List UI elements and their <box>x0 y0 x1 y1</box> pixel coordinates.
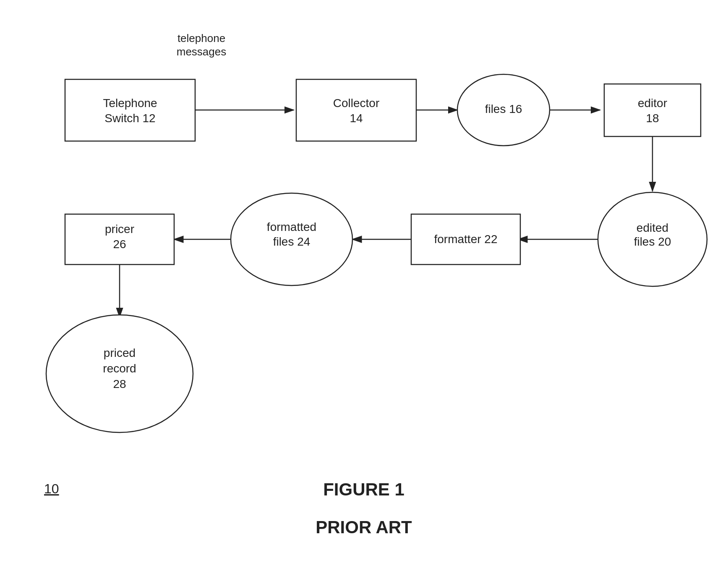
formatter-label: formatter 22 <box>434 233 498 246</box>
formatted-files-label1: formatted <box>267 220 316 233</box>
pricer-label1: pricer <box>105 223 134 236</box>
figure-number: 10 <box>44 481 59 496</box>
telephone-switch-node <box>65 79 195 141</box>
formatted-files-label2: files 24 <box>273 235 311 248</box>
priced-record-label1: priced <box>104 346 136 359</box>
telephone-messages-label2: messages <box>177 45 227 58</box>
pricer-label2: 26 <box>113 238 126 251</box>
prior-art-label: PRIOR ART <box>316 517 412 537</box>
edited-files-label1: edited <box>637 221 668 234</box>
diagram-container: telephone messages Telephone Switch 12 C… <box>0 0 728 579</box>
editor-label2: 18 <box>646 112 659 125</box>
collector-label1: Collector <box>333 97 379 110</box>
priced-record-label3: 28 <box>113 377 126 390</box>
collector-label2: 14 <box>350 112 363 125</box>
telephone-switch-label1: Telephone <box>103 97 157 110</box>
priced-record-label2: record <box>103 362 136 375</box>
collector-node <box>296 79 416 141</box>
telephone-switch-label2: Switch 12 <box>104 112 155 125</box>
editor-label1: editor <box>638 97 667 110</box>
figure-title: FIGURE 1 <box>323 479 404 499</box>
telephone-messages-label: telephone <box>177 32 225 45</box>
edited-files-label2: files 20 <box>634 235 671 248</box>
files16-label: files 16 <box>485 102 522 115</box>
editor-node <box>604 84 701 136</box>
